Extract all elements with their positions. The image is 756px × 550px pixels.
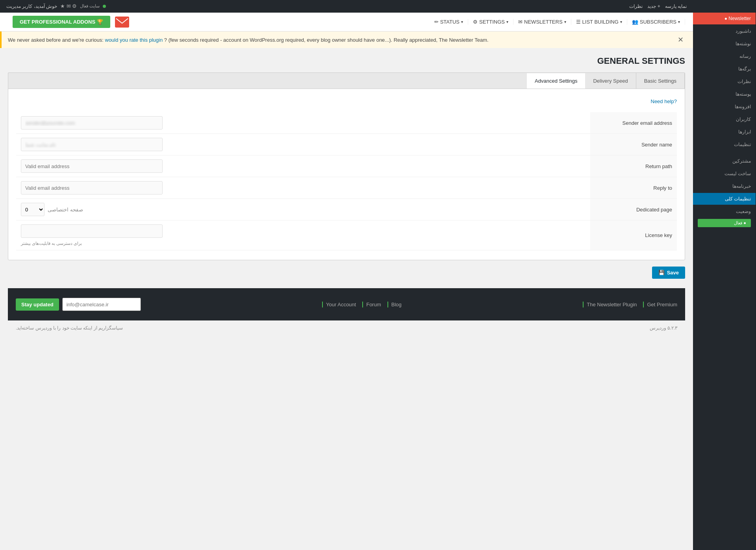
table-row: Reply to (16, 177, 677, 199)
license-key-cell: برای دسترسی به قابلیت‌های بیشتر (16, 220, 590, 250)
footer-link-get-premium[interactable]: Get Premium (643, 302, 677, 307)
sender-email-input[interactable] (21, 116, 163, 130)
settings-table: Sender email address Sender name (16, 112, 677, 250)
list-icon: ☰ (576, 19, 581, 25)
save-icon: 💾 (658, 270, 665, 276)
sidebar-item-newsletters[interactable]: خبرنامه‌ها (693, 180, 756, 192)
footer-link-forum[interactable]: Forum (362, 302, 381, 307)
save-button[interactable]: 💾 Save (652, 267, 685, 279)
settings-card: Need help? Sender email address (8, 89, 685, 260)
wp-version: ۵.۲.۳ وردپرس (650, 325, 677, 331)
tab-basic-settings[interactable]: Basic Settings (636, 73, 685, 89)
sidebar-item-settings[interactable]: تنظیمات (693, 139, 756, 150)
status-icon: ✏ (434, 19, 439, 25)
nav-item-settings[interactable]: ⚙ SETTINGS ▾ (468, 19, 513, 25)
page-title-area: GENERAL SETTINGS (8, 56, 685, 66)
sidebar-item-general-settings[interactable]: تنظیمات کلی (693, 193, 756, 205)
admin-bar-icons: ⚙ ✉ ★ (60, 3, 77, 9)
chevron-down-icon-4: ▾ (620, 20, 622, 24)
nav-item-subscribers[interactable]: 👥 SUBSCRIBERS ▾ (627, 19, 685, 25)
admin-bar: نمایه پارسه + جدید نظرات سایت فعال ⚙ ✉ ★… (0, 0, 693, 13)
license-subtext: برای دسترسی به قابلیت‌های بیشتر (21, 241, 586, 246)
sidebar-item-users[interactable]: کاربران (693, 113, 756, 125)
sidebar-item-appearance[interactable]: پوسته‌ها (693, 88, 756, 100)
license-key-label: License key (590, 220, 677, 250)
dedicated-page-select[interactable]: 0 (21, 203, 44, 216)
wp-footer: ۵.۲.۳ وردپرس سپاسگزاریم از اینکه سایت خو… (8, 320, 685, 335)
tabs-container: Advanced Settings Delivery Speed Basic S… (8, 72, 685, 89)
return-path-input[interactable] (21, 159, 163, 173)
admin-bar-comments[interactable]: نظرات (629, 4, 643, 9)
tab-delivery-speed[interactable]: Delivery Speed (585, 73, 636, 89)
save-row: 💾 Save (8, 267, 685, 279)
sidebar-item-subscribers[interactable]: مشترکین (693, 155, 756, 167)
sidebar-item-status[interactable]: وضعیت (693, 206, 756, 217)
newsletters-icon: ✉ (518, 19, 523, 25)
stay-updated-button[interactable]: Stay updated (16, 298, 59, 311)
settings-icon: ⚙ (473, 19, 478, 25)
table-row: Sender email address (16, 112, 677, 134)
chevron-down-icon-3: ▾ (564, 20, 566, 24)
footer-link-blog[interactable]: Blog (387, 302, 402, 307)
wp-sidebar: Newsletter ● داشبورد نوشته‌ها رسانه برگه… (693, 0, 756, 550)
footer-left: Stay updated (16, 298, 141, 311)
subscribers-icon: 👥 (632, 19, 638, 25)
nav-label-newsletters: NEWSLETTERS (524, 19, 563, 25)
need-help-link[interactable]: Need help? (651, 98, 677, 104)
get-pro-button[interactable]: GET PROFESSIONAL ADDONS 🏆 (13, 16, 110, 28)
sidebar-item-dashboard[interactable]: داشبورد (693, 25, 756, 37)
nav-label-status: STATUS (440, 19, 460, 25)
dedicated-page-cell: 0 صفحه اختصاصی (16, 199, 590, 220)
sender-name-cell (16, 134, 590, 156)
sidebar-item-list-building[interactable]: ساخت لیست (693, 168, 756, 180)
sender-name-input[interactable] (21, 138, 163, 151)
chevron-down-icon-5: ▾ (678, 20, 680, 24)
nav-label-settings: SETTINGS (479, 19, 505, 25)
notice-close-button[interactable]: ✕ (674, 35, 687, 44)
return-path-label: Return path (590, 156, 677, 177)
table-row: Sender name (16, 134, 677, 156)
sidebar-item-comments[interactable]: نظرات (693, 76, 756, 87)
nav-label-subscribers: SUBSCRIBERS (640, 19, 676, 25)
footer-links: Your Account Forum Blog (322, 302, 402, 307)
table-row: 0 صفحه اختصاصی Dedicated page (16, 199, 677, 220)
status-dot (103, 5, 106, 8)
sidebar-item-plugins[interactable]: افزونه‌ها (693, 101, 756, 113)
footer-area: Stay updated Your Account Forum Blog The… (8, 288, 685, 320)
license-key-input[interactable] (21, 224, 163, 238)
admin-bar-status: سایت فعال (80, 4, 100, 9)
page-title: GENERAL SETTINGS (597, 56, 685, 66)
sidebar-item-posts[interactable]: نوشته‌ها (693, 38, 756, 50)
nav-item-newsletters[interactable]: ✉ NEWSLETTERS ▾ (513, 19, 571, 25)
reply-to-label: Reply to (590, 177, 677, 199)
table-row: برای دسترسی به قابلیت‌های بیشتر License … (16, 220, 677, 250)
reply-to-input[interactable] (21, 181, 163, 194)
sidebar-green-badge: ● فعال (698, 219, 751, 227)
chevron-down-icon-2: ▾ (506, 20, 508, 24)
sidebar-item-media[interactable]: رسانه (693, 50, 756, 62)
reply-to-cell (16, 177, 590, 199)
admin-bar-site-title[interactable]: نمایه پارسه (665, 4, 687, 9)
plugin-nav: GET PROFESSIONAL ADDONS 🏆 ✏ STATUS ▾ ⚙ S… (0, 13, 693, 31)
footer-link-newsletter-plugin[interactable]: The Newsletter Plugin (583, 302, 637, 307)
dedicated-page-row: 0 صفحه اختصاصی (21, 203, 586, 216)
sender-email-cell (16, 112, 590, 134)
dedicated-page-label: Dedicated page (590, 199, 677, 220)
admin-bar-new[interactable]: + جدید (647, 4, 660, 9)
tab-advanced-settings[interactable]: Advanced Settings (527, 73, 585, 89)
footer-link-account[interactable]: Your Account (322, 302, 356, 307)
footer-email-input[interactable] (62, 298, 141, 311)
wp-thanks: سپاسگزاریم از اینکه سایت خود را با وردپر… (16, 325, 123, 331)
admin-bar-user[interactable]: خوش آمدید، کاربر مدیریت (6, 4, 57, 9)
sender-email-label: Sender email address (590, 112, 677, 134)
sidebar-item-pages[interactable]: برگه‌ها (693, 63, 756, 75)
table-row: Return path (16, 156, 677, 177)
notice-link[interactable]: would you rate this plugin (105, 37, 163, 43)
nav-item-status[interactable]: ✏ STATUS ▾ (430, 19, 468, 25)
mail-logo-icon (115, 17, 129, 28)
dedicated-page-text: صفحه اختصاصی (48, 207, 83, 213)
sidebar-item-tools[interactable]: ابزارها (693, 126, 756, 138)
nav-item-list-building[interactable]: ☰ LIST BUILDING ▾ (571, 19, 627, 25)
admin-bar-left: نمایه پارسه + جدید نظرات (629, 4, 687, 9)
sender-name-label: Sender name (590, 134, 677, 156)
